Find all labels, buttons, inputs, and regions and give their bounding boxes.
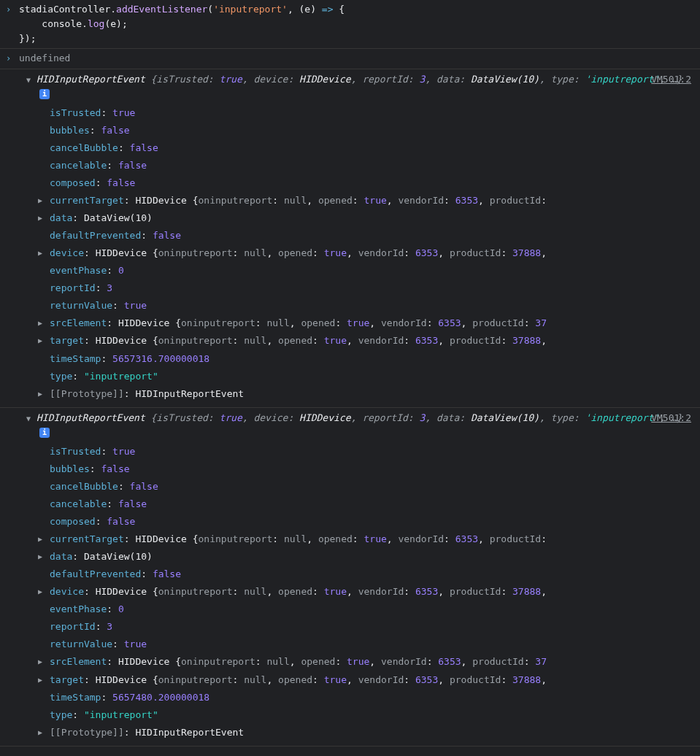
object-property-[[Prototype]][interactable]: ▶ [[Prototype]]: HIDInputReportEvent [38, 724, 700, 741]
object-property-data[interactable]: ▶ data: DataView(10) [38, 548, 700, 566]
expand-arrow-icon [38, 262, 50, 264]
object-property-cancelable: cancelable: false [38, 495, 700, 513]
expand-arrow-icon [38, 297, 50, 299]
object-property-target[interactable]: ▶ target: HIDDevice {oninputreport: null… [38, 671, 700, 689]
expand-arrow-icon[interactable]: ▶ [38, 653, 50, 669]
console-input-row: › stadiaController.addEventListener('inp… [0, 0, 700, 49]
expand-arrow-icon [38, 689, 50, 691]
object-property-timeStamp: timeStamp: 5657316.700000018 [38, 350, 700, 368]
object-property-srcElement[interactable]: ▶ srcElement: HIDDevice {oninputreport: … [38, 315, 700, 332]
object-property-currentTarget[interactable]: ▶ currentTarget: HIDDevice {oninputrepor… [38, 531, 700, 548]
expand-arrow-icon [38, 706, 50, 709]
object-property-defaultPrevented: defaultPrevented: false [38, 227, 700, 244]
expand-arrow-icon [38, 636, 50, 638]
object-summary[interactable]: ▼ HIDInputReportEvent {isTrusted: true, … [0, 411, 700, 440]
console-log-entry: VM501:2 ▼ HIDInputReportEvent {isTrusted… [0, 408, 700, 747]
expand-arrow-icon [38, 601, 50, 603]
info-badge-icon[interactable]: i [39, 428, 50, 438]
expand-arrow-icon [38, 157, 50, 159]
disclosure-triangle-icon[interactable]: ▼ [26, 72, 36, 86]
object-property-defaultPrevented: defaultPrevented: false [38, 566, 700, 583]
expand-arrow-icon [38, 495, 50, 498]
object-property-target[interactable]: ▶ target: HIDDevice {oninputreport: null… [38, 332, 700, 350]
object-property-cancelBubble: cancelBubble: false [38, 139, 700, 157]
object-property-returnValue: returnValue: true [38, 297, 700, 315]
expand-arrow-icon[interactable]: ▶ [38, 332, 50, 348]
object-property-cancelable: cancelable: false [38, 157, 700, 174]
expand-arrow-icon[interactable]: ▶ [38, 548, 50, 564]
object-property-composed: composed: false [38, 513, 700, 531]
object-property-eventPhase: eventPhase: 0 [38, 262, 700, 279]
object-property-bubbles: bubbles: false [38, 460, 700, 478]
expand-arrow-icon[interactable]: ▶ [38, 315, 50, 331]
object-property-type: type: "inputreport" [38, 368, 700, 385]
expand-arrow-icon [38, 478, 50, 480]
expand-arrow-icon[interactable]: ▶ [38, 385, 50, 401]
object-property-currentTarget[interactable]: ▶ currentTarget: HIDDevice {oninputrepor… [38, 192, 700, 209]
expand-arrow-icon [38, 104, 50, 107]
expand-arrow-icon [38, 618, 50, 620]
expand-arrow-icon [38, 513, 50, 515]
expand-arrow-icon[interactable]: ▶ [38, 192, 50, 208]
expand-arrow-icon [38, 566, 50, 568]
object-properties: isTrusted: true bubbles: false cancelBub… [0, 440, 700, 741]
console-return-row: › undefined [0, 49, 700, 69]
object-property-device[interactable]: ▶ device: HIDDevice {oninputreport: null… [38, 583, 700, 601]
expand-arrow-icon [38, 139, 50, 142]
object-property-[[Prototype]][interactable]: ▶ [[Prototype]]: HIDInputReportEvent [38, 385, 700, 403]
devtools-console: › stadiaController.addEventListener('inp… [0, 0, 700, 747]
object-property-reportId: reportId: 3 [38, 618, 700, 636]
expand-arrow-icon[interactable]: ▶ [38, 531, 50, 547]
expand-arrow-icon [38, 227, 50, 229]
expand-arrow-icon[interactable]: ▶ [38, 244, 50, 261]
object-property-bubbles: bubbles: false [38, 122, 700, 139]
object-property-eventPhase: eventPhase: 0 [38, 601, 700, 618]
expand-arrow-icon [38, 350, 50, 352]
expand-arrow-icon [38, 174, 50, 177]
expand-arrow-icon [38, 460, 50, 463]
expand-arrow-icon [38, 279, 50, 282]
object-property-isTrusted: isTrusted: true [38, 104, 700, 122]
disclosure-triangle-icon[interactable]: ▼ [26, 411, 36, 425]
object-property-cancelBubble: cancelBubble: false [38, 478, 700, 495]
expand-arrow-icon [38, 368, 50, 370]
console-log-entry: VM501:2 ▼ HIDInputReportEvent {isTrusted… [0, 69, 700, 408]
object-properties: isTrusted: true bubbles: false cancelBub… [0, 101, 700, 403]
object-summary[interactable]: ▼ HIDInputReportEvent {isTrusted: true, … [0, 72, 700, 101]
input-code[interactable]: stadiaController.addEventListener('input… [19, 2, 700, 46]
expand-arrow-icon [38, 443, 50, 445]
object-property-device[interactable]: ▶ device: HIDDevice {oninputreport: null… [38, 244, 700, 262]
object-property-reportId: reportId: 3 [38, 279, 700, 297]
expand-arrow-icon[interactable]: ▶ [38, 671, 50, 687]
expand-arrow-icon [38, 122, 50, 124]
object-property-returnValue: returnValue: true [38, 636, 700, 653]
output-chevron-icon: › [6, 51, 19, 66]
expand-arrow-icon[interactable]: ▶ [38, 724, 50, 740]
expand-arrow-icon[interactable]: ▶ [38, 583, 50, 599]
object-property-isTrusted: isTrusted: true [38, 443, 700, 460]
object-property-type: type: "inputreport" [38, 706, 700, 724]
input-chevron-icon: › [6, 2, 19, 17]
object-property-composed: composed: false [38, 174, 700, 192]
object-property-srcElement[interactable]: ▶ srcElement: HIDDevice {oninputreport: … [38, 653, 700, 671]
info-badge-icon[interactable]: i [39, 89, 50, 99]
object-property-timeStamp: timeStamp: 5657480.200000018 [38, 689, 700, 706]
object-property-data[interactable]: ▶ data: DataView(10) [38, 209, 700, 227]
return-value: undefined [19, 53, 70, 63]
expand-arrow-icon[interactable]: ▶ [38, 209, 50, 225]
source-link[interactable]: VM501:2 [651, 411, 691, 425]
source-link[interactable]: VM501:2 [651, 72, 691, 87]
